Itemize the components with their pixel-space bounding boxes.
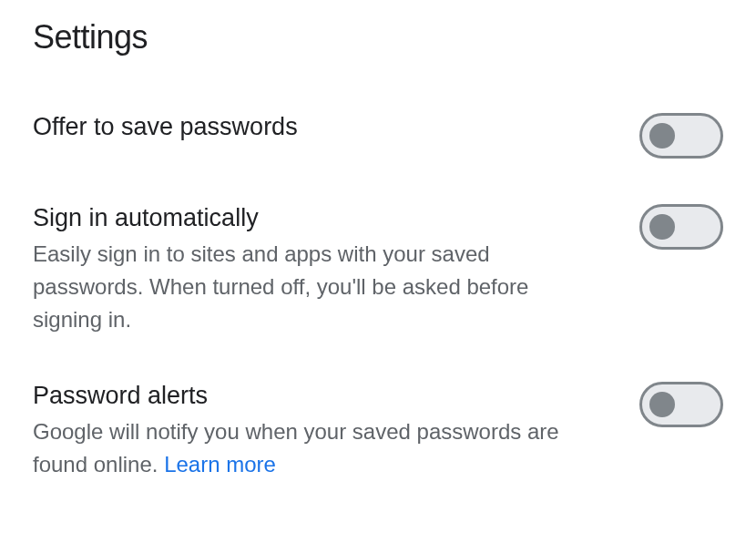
toggle-thumb <box>649 123 675 149</box>
setting-description: Google will notify you when your saved p… <box>33 415 603 481</box>
setting-label: Sign in automatically <box>33 202 603 234</box>
description-text: Google will notify you when your saved p… <box>33 419 559 476</box>
setting-text: Sign in automatically Easily sign in to … <box>33 202 639 336</box>
setting-label: Password alerts <box>33 380 603 412</box>
setting-sign-in-automatically: Sign in automatically Easily sign in to … <box>33 202 723 336</box>
setting-offer-save-passwords: Offer to save passwords <box>33 111 723 159</box>
toggle-thumb <box>649 392 675 417</box>
setting-text: Offer to save passwords <box>33 111 639 147</box>
toggle-thumb <box>649 214 675 240</box>
setting-password-alerts: Password alerts Google will notify you w… <box>33 380 723 481</box>
setting-text: Password alerts Google will notify you w… <box>33 380 639 481</box>
toggle-password-alerts[interactable] <box>639 382 723 427</box>
toggle-sign-in-automatically[interactable] <box>639 204 723 250</box>
setting-description: Easily sign in to sites and apps with yo… <box>33 238 603 336</box>
learn-more-link[interactable]: Learn more <box>164 452 276 476</box>
toggle-offer-save-passwords[interactable] <box>639 113 723 159</box>
setting-label: Offer to save passwords <box>33 111 603 143</box>
page-title: Settings <box>33 18 723 56</box>
